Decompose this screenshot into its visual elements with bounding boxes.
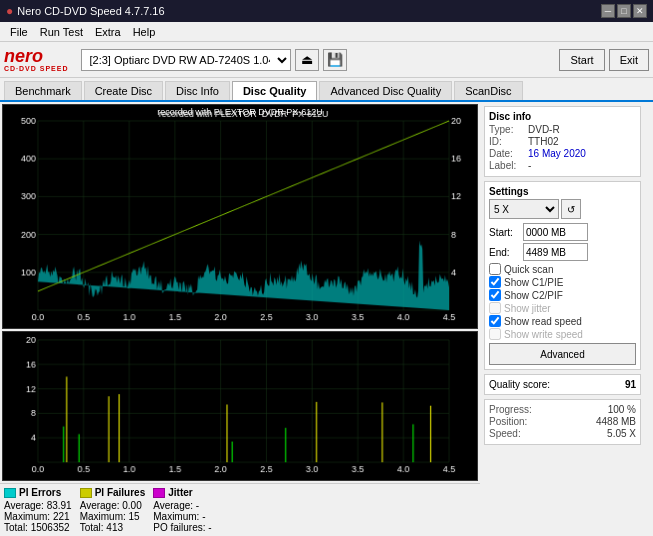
- nero-logo: nero CD·DVD SPEED: [4, 47, 69, 72]
- pi-errors-avg-row: Average: 83.91: [4, 500, 72, 511]
- speed-label: Speed:: [489, 428, 534, 439]
- chart-title: recorded with PLEXTOR DVDR PX-612U: [157, 107, 322, 117]
- tab-benchmark[interactable]: Benchmark: [4, 81, 82, 100]
- stats-area: PI Errors Average: 83.91 Maximum: 221 To…: [0, 483, 480, 536]
- start-mb-label: Start:: [489, 227, 519, 238]
- id-label: ID:: [489, 136, 524, 147]
- show-jitter-checkbox[interactable]: [489, 302, 501, 314]
- quality-score-value: 91: [625, 379, 636, 390]
- drive-select[interactable]: [2:3] Optiarc DVD RW AD-7240S 1.04: [81, 49, 291, 71]
- show-c2-pif-label: Show C2/PIF: [504, 290, 563, 301]
- start-button[interactable]: Start: [559, 49, 604, 71]
- date-label: Date:: [489, 148, 524, 159]
- tab-disc-quality[interactable]: Disc Quality: [232, 81, 318, 100]
- close-button[interactable]: ✕: [633, 4, 647, 18]
- position-value: 4488 MB: [596, 416, 636, 427]
- disc-info-section: Disc info Type: DVD-R ID: TTH02 Date: 16…: [484, 106, 641, 177]
- tab-bar: Benchmark Create Disc Disc Info Disc Qua…: [0, 78, 653, 102]
- quality-score-section: Quality score: 91: [484, 374, 641, 395]
- speed-select[interactable]: 5 X 4 X 8 X MAX: [489, 199, 559, 219]
- eject-button[interactable]: ⏏: [295, 49, 319, 71]
- show-write-speed-label: Show write speed: [504, 329, 583, 340]
- show-c1-pie-label: Show C1/PIE: [504, 277, 563, 288]
- app-icon: ●: [6, 4, 13, 18]
- menu-runtest[interactable]: Run Test: [34, 24, 89, 40]
- show-c2-pif-checkbox[interactable]: [489, 289, 501, 301]
- toolbar: nero CD·DVD SPEED [2:3] Optiarc DVD RW A…: [0, 42, 653, 78]
- show-write-speed-checkbox[interactable]: [489, 328, 501, 340]
- speed-value: 5.05 X: [607, 428, 636, 439]
- advanced-button[interactable]: Advanced: [489, 343, 636, 365]
- menu-file[interactable]: File: [4, 24, 34, 40]
- show-read-speed-label: Show read speed: [504, 316, 582, 327]
- pi-errors-total-row: Total: 1506352: [4, 522, 72, 533]
- disc-info-title: Disc info: [489, 111, 636, 122]
- app-title: Nero CD-DVD Speed 4.7.7.16: [17, 5, 164, 17]
- type-value: DVD-R: [528, 124, 560, 135]
- end-mb-input[interactable]: [523, 243, 588, 261]
- end-mb-label: End:: [489, 247, 519, 258]
- pi-errors-color: [4, 488, 16, 498]
- show-c1-pie-checkbox[interactable]: [489, 276, 501, 288]
- progress-label: Progress:: [489, 404, 534, 415]
- save-button[interactable]: 💾: [323, 49, 347, 71]
- label-value: -: [528, 160, 531, 171]
- speed-refresh-button[interactable]: ↺: [561, 199, 581, 219]
- pi-failures-stats: PI Failures Average: 0.00 Maximum: 15 To…: [80, 487, 146, 533]
- date-value: 16 May 2020: [528, 148, 586, 159]
- tab-disc-info[interactable]: Disc Info: [165, 81, 230, 100]
- quick-scan-label: Quick scan: [504, 264, 553, 275]
- start-mb-input[interactable]: [523, 223, 588, 241]
- jitter-label: Jitter: [168, 487, 192, 498]
- jitter-stats: Jitter Average: - Maximum: - PO failures…: [153, 487, 211, 533]
- tab-advanced-disc-quality[interactable]: Advanced Disc Quality: [319, 81, 452, 100]
- show-read-speed-checkbox[interactable]: [489, 315, 501, 327]
- progress-section: Progress: 100 % Position: 4488 MB Speed:…: [484, 399, 641, 445]
- pi-failures-label: PI Failures: [95, 487, 146, 498]
- exit-button[interactable]: Exit: [609, 49, 649, 71]
- maximize-button[interactable]: □: [617, 4, 631, 18]
- pi-errors-max-row: Maximum: 221: [4, 511, 72, 522]
- tab-create-disc[interactable]: Create Disc: [84, 81, 163, 100]
- main-content: recorded with PLEXTOR DVDR PX-612U PI Er…: [0, 102, 653, 536]
- minimize-button[interactable]: ─: [601, 4, 615, 18]
- id-value: TTH02: [528, 136, 559, 147]
- menu-extra[interactable]: Extra: [89, 24, 127, 40]
- pi-failures-color: [80, 488, 92, 498]
- progress-value: 100 %: [608, 404, 636, 415]
- show-jitter-label: Show jitter: [504, 303, 551, 314]
- position-label: Position:: [489, 416, 534, 427]
- menu-bar: File Run Test Extra Help: [0, 22, 653, 42]
- tab-scandisc[interactable]: ScanDisc: [454, 81, 522, 100]
- jitter-color: [153, 488, 165, 498]
- title-bar: ● Nero CD-DVD Speed 4.7.7.16 ─ □ ✕: [0, 0, 653, 22]
- chart-pi-errors: recorded with PLEXTOR DVDR PX-612U: [2, 104, 478, 329]
- label-label: Label:: [489, 160, 524, 171]
- settings-section: Settings 5 X 4 X 8 X MAX ↺ Start: End:: [484, 181, 641, 370]
- pi-errors-stats: PI Errors Average: 83.91 Maximum: 221 To…: [4, 487, 72, 533]
- right-panel: Disc info Type: DVD-R ID: TTH02 Date: 16…: [480, 102, 645, 536]
- menu-help[interactable]: Help: [127, 24, 162, 40]
- pi-errors-label: PI Errors: [19, 487, 61, 498]
- settings-title: Settings: [489, 186, 636, 197]
- type-label: Type:: [489, 124, 524, 135]
- chart-pi-failures: [2, 331, 478, 481]
- quick-scan-checkbox[interactable]: [489, 263, 501, 275]
- quality-score-label: Quality score:: [489, 379, 550, 390]
